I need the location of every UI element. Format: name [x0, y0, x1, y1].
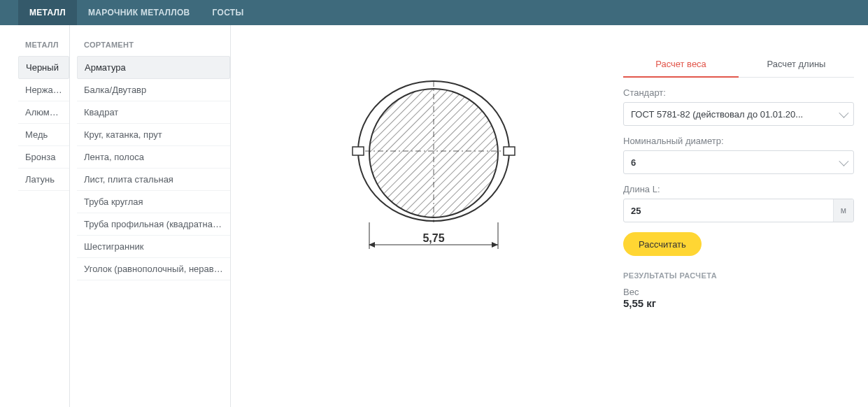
nav-tab-metal[interactable]: МЕТАЛЛ — [18, 0, 77, 25]
metal-heading: МЕТАЛЛ — [18, 25, 69, 56]
svg-rect-5 — [353, 147, 364, 155]
metal-column: МЕТАЛЛ Черный Нержавейка Алюминий Медь Б… — [0, 25, 70, 407]
side-panel: Расчет веса Расчет длины Стандарт: ГОСТ … — [623, 53, 854, 393]
length-unit: м — [833, 199, 853, 222]
metal-item[interactable]: Алюминий — [18, 101, 69, 124]
sort-item[interactable]: Уголок (равнополочный, неравн... — [77, 258, 230, 280]
result-weight-value: 5,55 кг — [623, 297, 854, 309]
sort-item[interactable]: Шестигранник — [77, 236, 230, 258]
top-nav: МЕТАЛЛ МАРОЧНИК МЕТАЛЛОВ ГОСТЫ — [0, 0, 868, 25]
results-heading: РЕЗУЛЬТАТЫ РАСЧЕТА — [623, 271, 854, 280]
diagram-area: 5,75 — [250, 53, 616, 393]
rebar-cross-section-diagram: 5,75 — [343, 60, 525, 263]
sort-item[interactable]: Лента, полоса — [77, 146, 230, 169]
diameter-select[interactable]: 6 — [623, 150, 854, 174]
standard-label: Стандарт: — [623, 87, 854, 98]
nav-tab-gosty[interactable]: ГОСТЫ — [201, 0, 255, 25]
length-field-wrapper: м — [623, 199, 854, 222]
calculate-button[interactable]: Рассчитать — [623, 232, 702, 256]
sortament-column: СОРТАМЕНТ Арматура Балка/Двутавр Квадрат… — [70, 25, 231, 407]
nav-tab-marochnik[interactable]: МАРОЧНИК МЕТАЛЛОВ — [77, 0, 201, 25]
sort-heading: СОРТАМЕНТ — [77, 25, 230, 56]
sort-item[interactable]: Балка/Двутавр — [77, 79, 230, 101]
metal-item[interactable]: Бронза — [18, 146, 69, 169]
diameter-label: Номинальный диаметр: — [623, 136, 854, 146]
standard-select[interactable]: ГОСТ 5781-82 (действовал до 01.01.20... — [623, 102, 854, 126]
chevron-down-icon — [839, 157, 848, 166]
length-label: Длина L: — [623, 184, 854, 194]
dimension-label: 5,75 — [422, 232, 444, 244]
chevron-down-icon — [839, 108, 848, 118]
metal-item[interactable]: Латунь — [18, 169, 69, 191]
metal-item[interactable]: Медь — [18, 124, 69, 146]
metal-item[interactable]: Черный — [18, 56, 69, 79]
svg-rect-6 — [504, 147, 515, 155]
sort-item[interactable]: Труба профильная (квадратная /... — [77, 213, 230, 236]
sort-item[interactable]: Труба круглая — [77, 191, 230, 213]
sort-item[interactable]: Квадрат — [77, 101, 230, 124]
diameter-value: 6 — [631, 157, 834, 168]
length-input[interactable] — [631, 206, 833, 216]
calc-tabs: Расчет веса Расчет длины — [623, 53, 854, 78]
sort-item[interactable]: Лист, плита стальная — [77, 169, 230, 191]
tab-weight[interactable]: Расчет веса — [623, 53, 739, 78]
sort-item[interactable]: Арматура — [77, 56, 230, 79]
content-area: 5,75 Расчет веса Расчет длины Стандарт: … — [231, 25, 868, 407]
standard-value: ГОСТ 5781-82 (действовал до 01.01.20... — [631, 109, 834, 120]
sort-item[interactable]: Круг, катанка, прут — [77, 124, 230, 146]
tab-length[interactable]: Расчет длины — [739, 53, 854, 77]
result-weight-label: Вес — [623, 287, 854, 297]
metal-item[interactable]: Нержавейка — [18, 79, 69, 101]
